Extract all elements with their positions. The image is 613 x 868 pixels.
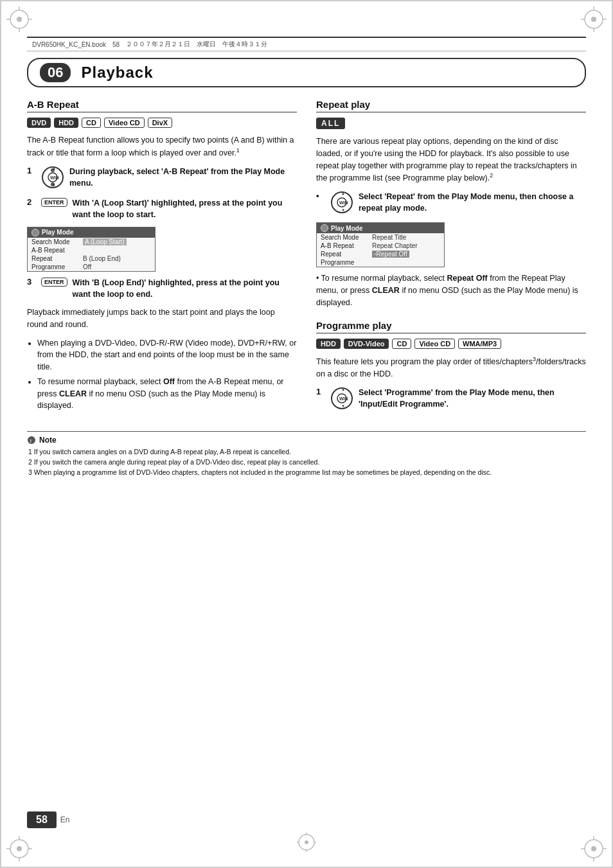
- repeat-step-bullet: • WIN ▼ ▲ Select 'Repeat' from the Play …: [316, 191, 586, 216]
- programme-play-title: Programme play: [316, 320, 586, 333]
- ab-repeat-badges: DVD HDD CD Video CD DivX: [27, 118, 297, 128]
- osd1-row1: Search Mode A (Loop Start): [28, 238, 155, 246]
- programme-body: This feature lets you program the play o…: [316, 355, 586, 380]
- svg-text:!: !: [30, 438, 32, 444]
- prog-step1: 1 WIN ▼ ▲ Select 'Programme' from the Pl…: [316, 387, 586, 412]
- chapter-header: 06 Playback: [27, 58, 586, 87]
- badge-cd: CD: [82, 118, 101, 128]
- main-content: A-B Repeat DVD HDD CD Video CD DivX The …: [27, 99, 586, 418]
- svg-text:▲: ▲: [341, 191, 345, 195]
- badge-videocd: Video CD: [104, 118, 145, 128]
- repeat-note1: • To resume normal playback, select Repe…: [316, 272, 586, 308]
- badge-dvd: DVD: [27, 118, 51, 128]
- step1-num: 1: [27, 166, 36, 175]
- osd2-row1: Search Mode Repeat Title: [317, 233, 444, 242]
- repeat-nav-wheel: WIN ▼ ▲: [330, 191, 353, 216]
- meta-day: 水曜日: [197, 40, 216, 49]
- svg-text:▼: ▼: [52, 182, 56, 186]
- note-icon: !: [27, 436, 36, 445]
- note-text: 1 If you switch camera angles on a DVD d…: [27, 447, 586, 477]
- step2-num: 2: [27, 197, 36, 207]
- note-label: Note: [39, 436, 57, 445]
- svg-point-19: [591, 846, 596, 851]
- osd2-row2: A-B Repeat Repeat Chapter: [317, 242, 444, 250]
- svg-text:▲: ▲: [52, 166, 56, 170]
- ab-bullets: When playing a DVD-Video, DVD-R/-RW (Vid…: [27, 337, 297, 412]
- svg-text:WIN: WIN: [50, 175, 59, 180]
- svg-text:WIN: WIN: [339, 200, 348, 205]
- meta-date: ２００７年２月２１日: [126, 40, 190, 49]
- step3-num: 3: [27, 277, 36, 287]
- programme-badges: HDD DVD-Video CD Video CD WMA/MP3: [316, 339, 586, 349]
- ab-step1: 1 WIN ▼ ▲ During playback, select 'A-B R: [27, 166, 297, 191]
- svg-point-1: [17, 17, 22, 22]
- osd1-box: Play Mode Search Mode A (Loop Start) A-B…: [27, 227, 155, 272]
- step1-text: During playback, select 'A-B Repeat' fro…: [69, 166, 297, 189]
- osd2-row4: Programme: [317, 258, 444, 267]
- ab-step2: 2 ENTER With 'A (Loop Start)' highlighte…: [27, 197, 297, 220]
- meta-bar: DVR650HK_KC_EN.book 58 ２００７年２月２１日 水曜日 午後…: [27, 37, 586, 51]
- osd2-title: Play Mode: [317, 223, 444, 233]
- prog-step1-text: Select 'Programme' from the Play Mode me…: [359, 387, 586, 410]
- svg-point-7: [591, 17, 596, 22]
- meta-time: 午後４時３１分: [222, 40, 267, 49]
- svg-text:WIN: WIN: [339, 396, 348, 401]
- svg-text:▼: ▼: [341, 404, 345, 408]
- page-title: Playback: [81, 64, 153, 82]
- note-item3: 3 When playing a programme list of DVD-V…: [28, 468, 586, 478]
- corner-tr: [581, 6, 607, 32]
- badge-all: ALL: [316, 118, 345, 129]
- chapter-number: 06: [40, 63, 71, 82]
- enter-btn2-label: ENTER: [41, 278, 67, 287]
- badge-dvdvideo: DVD-Video: [344, 339, 389, 349]
- svg-point-13: [17, 846, 22, 851]
- corner-tl: [6, 6, 32, 32]
- osd2-disc-icon: [321, 224, 328, 232]
- col-right: Repeat play ALL There are various repeat…: [316, 99, 586, 418]
- page-number: 58: [27, 811, 57, 828]
- ab-bullet2: To resume normal playback, select Off fr…: [37, 376, 297, 412]
- osd1-title: Play Mode: [28, 227, 155, 238]
- programme-play-section: Programme play HDD DVD-Video CD Video CD…: [316, 320, 586, 412]
- repeat-bullet-dot: •: [316, 191, 325, 200]
- osd1-row3: Repeat B (Loop End): [28, 254, 155, 263]
- page: DVR650HK_KC_EN.book 58 ２００７年２月２１日 水曜日 午後…: [0, 0, 613, 868]
- svg-text:▼: ▼: [341, 208, 345, 212]
- enter-btn-label: ENTER: [41, 198, 67, 207]
- svg-text:▲: ▲: [341, 387, 345, 391]
- enter-button-icon: ENTER: [41, 197, 67, 208]
- osd2-box: Play Mode Search Mode Repeat Title A-B R…: [316, 222, 445, 267]
- ab-bullet1: When playing a DVD-Video, DVD-R/-RW (Vid…: [37, 337, 297, 373]
- ab-repeat-section: A-B Repeat DVD HDD CD Video CD DivX The …: [27, 99, 297, 412]
- note-header: ! Note: [27, 436, 586, 445]
- step2-text: With 'A (Loop Start)' highlighted, press…: [73, 197, 297, 220]
- repeat-play-body: There are various repeat play options, d…: [316, 136, 586, 184]
- badge-hdd: HDD: [54, 118, 78, 128]
- osd1-disc-icon: [31, 229, 39, 236]
- repeat-play-title: Repeat play: [316, 99, 586, 112]
- note-item1: 1 If you switch camera angles on a DVD d…: [28, 447, 586, 457]
- nav-wheel-icon: WIN ▼ ▲: [41, 166, 64, 191]
- ab-repeat-body: The A-B Repeat function allows you to sp…: [27, 134, 297, 159]
- badge-wma: WMA/MP3: [458, 339, 501, 349]
- repeat-step-text: Select 'Repeat' from the Play Mode menu,…: [359, 191, 586, 214]
- ab-step3: 3 ENTER With 'B (Loop End)' highlighted,…: [27, 277, 297, 300]
- step3-text: With 'B (Loop End)' highlighted, press a…: [73, 277, 297, 300]
- badge-hdd2: HDD: [316, 339, 341, 349]
- step3-body: Playback immediately jumps back to the s…: [27, 306, 297, 331]
- repeat-play-badges: ALL: [316, 118, 586, 129]
- note-item2: 2 If you switch the camera angle during …: [28, 457, 586, 468]
- bottom-center-mark: [297, 833, 316, 854]
- meta-page: 58: [112, 41, 120, 48]
- osd1-row2: A-B Repeat: [28, 246, 155, 254]
- corner-br: [581, 836, 607, 862]
- prog-nav-wheel: WIN ▼ ▲: [330, 387, 353, 412]
- ab-repeat-title: A-B Repeat: [27, 99, 297, 112]
- repeat-play-section: Repeat play ALL There are various repeat…: [316, 99, 586, 308]
- enter-button-icon2: ENTER: [41, 277, 67, 287]
- osd2-row3: Repeat ◦Repeat Off: [317, 250, 444, 258]
- badge-videocd2: Video CD: [414, 339, 455, 349]
- svg-point-44: [305, 840, 308, 844]
- page-num-area: 58 En: [27, 811, 69, 828]
- note-section: ! Note 1 If you switch camera angles on …: [27, 431, 586, 477]
